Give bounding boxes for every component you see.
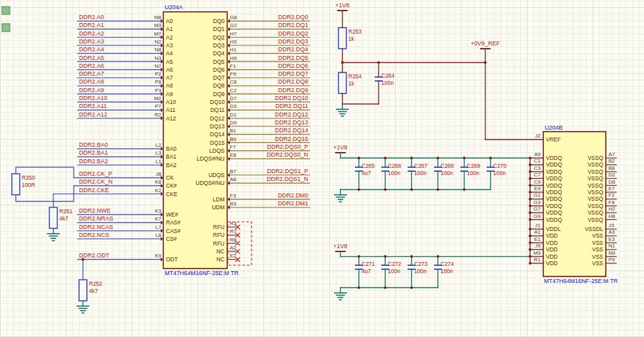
u204b-body[interactable]: [543, 132, 606, 276]
junction-dot: [529, 242, 531, 244]
junction-dot: [484, 61, 487, 64]
junction-dot: [489, 157, 492, 159]
sheet-marker: [2, 7, 10, 14]
wiring-layer: [0, 0, 644, 337]
junction-dot: [529, 255, 531, 258]
junction-dot: [529, 262, 531, 265]
junction-dot: [384, 286, 387, 289]
junction-dot: [529, 234, 531, 237]
resistor-R250[interactable]: [12, 174, 20, 195]
junction-dot: [384, 188, 387, 191]
schematic-canvas[interactable]: U204AMT47H64M16NF-25E:M TRDDR2.A0M8A0DDR…: [0, 0, 644, 337]
junction-dot: [529, 157, 531, 159]
junction-dot: [437, 255, 439, 258]
resistor-R254[interactable]: [338, 72, 346, 93]
junction-dot: [529, 184, 531, 187]
junction-dot: [341, 61, 344, 64]
junction-dot: [358, 286, 360, 289]
junction-dot: [437, 188, 439, 191]
junction-dot: [410, 157, 413, 159]
resistor-R253[interactable]: [338, 28, 346, 49]
junction-dot: [410, 255, 413, 258]
junction-dot: [529, 177, 531, 180]
junction-dot: [358, 157, 360, 159]
sheet-marker: [2, 24, 10, 32]
junction-dot: [410, 286, 413, 289]
junction-dot: [529, 197, 531, 200]
u204a-body[interactable]: [163, 12, 227, 269]
junction-dot: [529, 211, 531, 214]
junction-dot: [463, 188, 466, 191]
junction-dot: [358, 188, 360, 191]
junction-dot: [358, 255, 360, 258]
junction-dot: [529, 248, 531, 251]
junction-dot: [529, 170, 531, 173]
junction-dot: [529, 205, 531, 207]
wire: [16, 167, 74, 178]
resistor-R252[interactable]: [79, 280, 87, 301]
junction-dot: [377, 61, 380, 64]
junction-dot: [463, 157, 466, 159]
junction-dot: [410, 188, 413, 191]
junction-dot: [529, 163, 531, 166]
junction-dot: [437, 157, 439, 159]
resistor-R251[interactable]: [49, 207, 57, 228]
junction-dot: [384, 157, 387, 159]
junction-dot: [82, 258, 84, 261]
junction-dot: [529, 191, 531, 194]
junction-dot: [529, 219, 531, 221]
junction-dot: [384, 255, 387, 258]
junction-dot: [529, 228, 531, 230]
